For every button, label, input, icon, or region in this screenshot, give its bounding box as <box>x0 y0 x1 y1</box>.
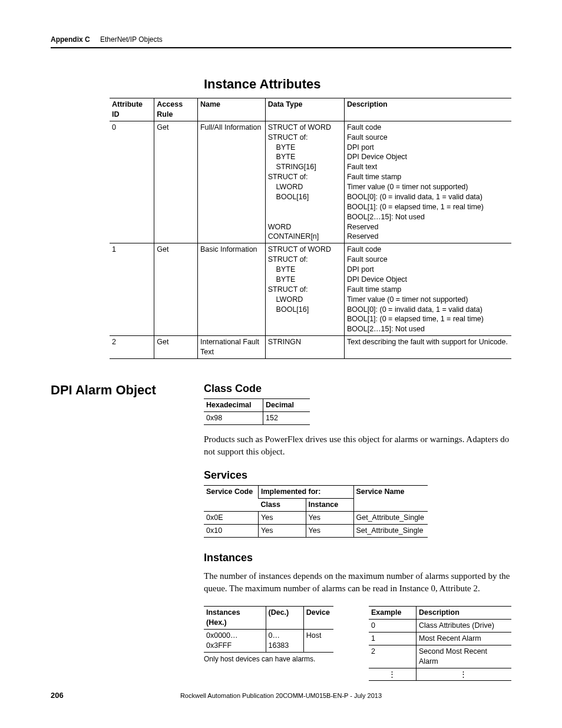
table-row: 1Most Recent Alarm <box>369 632 511 645</box>
table-row: 0x0EYesYesGet_Attribute_Single <box>204 511 428 524</box>
instances-heading: Instances <box>204 552 511 564</box>
col-class: Class <box>259 499 306 512</box>
cell-rule: Get <box>154 121 198 243</box>
cell: Class Attributes (Drive) <box>416 620 512 633</box>
cell: Yes <box>259 511 306 524</box>
cell: Most Recent Alarm <box>416 632 512 645</box>
instances-note: Only host devices can have alarms. <box>204 655 333 663</box>
page-header: Appendix C EtherNet/IP Objects <box>51 35 511 44</box>
cell: 0x10 <box>204 524 259 537</box>
col-data-type: Data Type <box>265 98 344 121</box>
cell-name: Full/All Information <box>197 121 265 243</box>
col-name: Name <box>197 98 265 121</box>
services-table: Service Code Implemented for: Service Na… <box>204 485 428 538</box>
instances-table: Instances (Hex.) (Dec.) Device 0x0000…0x… <box>204 606 333 653</box>
cell-name: Basic Information <box>197 243 265 336</box>
cell-inst-hex: 0x0000…0x3FFF <box>204 629 266 652</box>
instances-table-block: Instances (Hex.) (Dec.) Device 0x0000…0x… <box>204 606 333 663</box>
services-heading: Services <box>204 469 511 482</box>
cell-id: 2 <box>110 336 154 359</box>
cell-desc: Fault code Fault source DPI port DPI Dev… <box>344 243 511 336</box>
appendix-label: Appendix C <box>51 35 90 44</box>
col-attribute-id: Attribute ID <box>110 98 154 121</box>
cell-dt: STRUCT of WORD STRUCT of: BYTE BYTE STRI… <box>265 121 344 243</box>
cell: 0 <box>369 620 416 633</box>
cell-name: International Fault Text <box>197 336 265 359</box>
header-rule <box>51 47 511 48</box>
col-ex-desc: Description <box>416 607 512 620</box>
col-description: Description <box>344 98 511 121</box>
cell: Yes <box>306 524 353 537</box>
cell: Set_Attribute_Single <box>353 524 428 537</box>
cell: Get_Attribute_Single <box>353 511 428 524</box>
side-heading-block: DPI Alarm Object <box>51 383 198 398</box>
cell: ⋮ <box>416 668 512 681</box>
cell-dec: 152 <box>263 411 310 424</box>
col-access-rule: Access Rule <box>154 98 198 121</box>
cell-id: 0 <box>110 121 154 243</box>
col-inst-dec: (Dec.) <box>266 607 303 630</box>
table-row: ⋮⋮ <box>369 668 511 681</box>
cell-desc: Fault code Fault source DPI port DPI Dev… <box>344 121 511 243</box>
instances-intro: The number of instances depends on the m… <box>204 570 511 596</box>
dpi-alarm-object-heading: DPI Alarm Object <box>51 383 198 398</box>
cell-rule: Get <box>154 243 198 336</box>
cell-dt: STRUCT of WORD STRUCT of: BYTE BYTE STRU… <box>265 243 344 336</box>
cell: 2 <box>369 645 416 668</box>
col-dec: Decimal <box>263 398 310 411</box>
cell-inst-device: Host <box>303 629 333 652</box>
cell: Yes <box>306 511 353 524</box>
table-row: 0x10YesYesSet_Attribute_Single <box>204 524 428 537</box>
col-instance: Instance <box>306 499 353 512</box>
col-device: Device <box>303 607 333 630</box>
chapter-title: EtherNet/IP Objects <box>100 35 163 44</box>
cell: ⋮ <box>369 668 416 681</box>
table-row: 2GetInternational Fault TextSTRINGNText … <box>110 336 511 359</box>
page-footer: 206 Rockwell Automation Publication 20CO… <box>51 691 511 700</box>
table-row: 0Class Attributes (Drive) <box>369 620 511 633</box>
cell-dt: STRINGN <box>265 336 344 359</box>
cell: Yes <box>259 524 306 537</box>
cell: 1 <box>369 632 416 645</box>
cell-rule: Get <box>154 336 198 359</box>
col-hex: Hexadecimal <box>204 398 263 411</box>
col-service-code: Service Code <box>204 486 259 512</box>
table-row: 0GetFull/All InformationSTRUCT of WORD S… <box>110 121 511 243</box>
col-implemented-for: Implemented for: <box>259 486 354 499</box>
cell: 0x0E <box>204 511 259 524</box>
col-inst-hex: Instances (Hex.) <box>204 607 266 630</box>
dpi-alarm-content: Class Code Hexadecimal Decimal 0x98 152 … <box>204 383 511 681</box>
col-service-name: Service Name <box>353 486 428 512</box>
publication-info: Rockwell Automation Publication 20COMM-U… <box>51 692 511 699</box>
example-table: Example Description 0Class Attributes (D… <box>369 606 511 681</box>
instances-tables-row: Instances (Hex.) (Dec.) Device 0x0000…0x… <box>204 606 511 681</box>
cell-desc: Text describing the fault with support f… <box>344 336 511 359</box>
instance-attributes-heading: Instance Attributes <box>204 77 511 92</box>
instance-attributes-table: Attribute ID Access Rule Name Data Type … <box>110 98 511 359</box>
cell: Second Most Recent Alarm <box>416 645 512 668</box>
col-example: Example <box>369 607 416 620</box>
class-code-table: Hexadecimal Decimal 0x98 152 <box>204 398 310 425</box>
cell-inst-dec: 0…16383 <box>266 629 303 652</box>
table-row: 2Second Most Recent Alarm <box>369 645 511 668</box>
table-row: 1GetBasic InformationSTRUCT of WORD STRU… <box>110 243 511 336</box>
class-code-heading: Class Code <box>204 383 511 395</box>
cell-id: 1 <box>110 243 154 336</box>
main-content: Instance Attributes Attribute ID Access … <box>51 77 511 681</box>
class-code-intro: Products such as PowerFlex drives use th… <box>204 433 511 459</box>
cell-hex: 0x98 <box>204 411 263 424</box>
